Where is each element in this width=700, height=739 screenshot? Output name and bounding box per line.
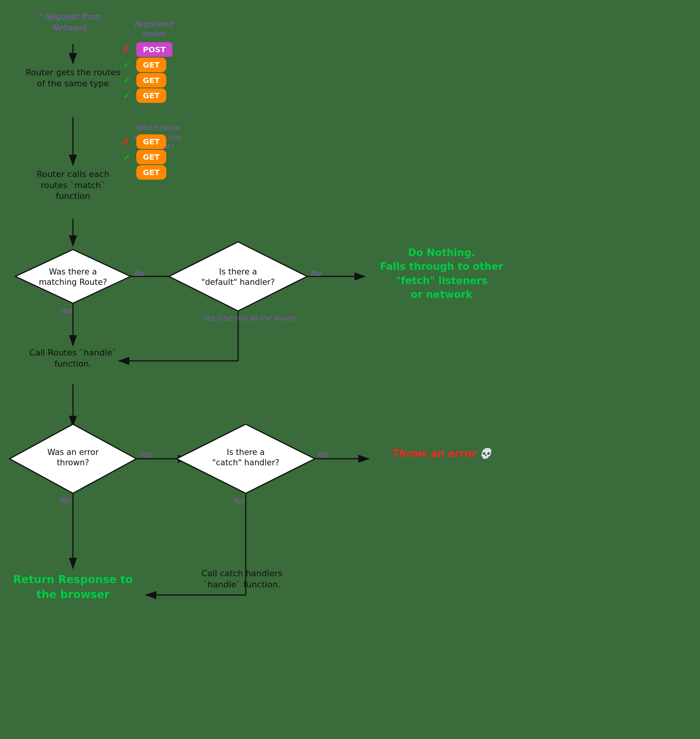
no-label-3: No	[317, 450, 328, 459]
was-error-thrown-label: Was an errorthrown?	[25, 447, 121, 468]
router-calls-match-label: Router calls eachroutes `match`function	[8, 169, 138, 202]
router-gets-routes-label: Router gets the routesof the same type	[12, 67, 134, 89]
return-response-label: Return Response tothe browser	[12, 572, 134, 602]
is-default-handler-label: Is there a"default" handler?	[180, 267, 296, 288]
badge-get-match-2: GET	[136, 150, 166, 164]
call-routes-handle-label: Call Routes `handle`function.	[8, 347, 138, 369]
call-catch-handle-label: Call catch handlers`handle` function.	[169, 568, 315, 590]
request-from-network-label: * Request from Network	[23, 12, 115, 33]
yes-label-2: Yes (Use this as the Route)	[204, 314, 296, 322]
cross-get-match: ✗	[121, 136, 130, 147]
was-matching-route-label: Was there amatching Route?	[23, 267, 123, 288]
yes-label-3: Yes	[139, 450, 151, 459]
badge-post: POST	[136, 42, 172, 57]
cross-post: ✗	[121, 44, 130, 55]
registered-routes-label: Registeredroutes	[123, 19, 184, 38]
badge-get-1: GET	[136, 58, 166, 72]
badge-get-2: GET	[136, 73, 166, 88]
badge-get-3: GET	[136, 88, 166, 103]
check-get-1: ✓	[123, 59, 131, 70]
do-nothing-label: Do Nothing.Falls through to other"fetch"…	[369, 246, 515, 302]
badge-get-match-3: GET	[136, 165, 166, 180]
is-catch-handler-label: Is there a"catch" handler?	[188, 447, 303, 468]
no-label-2: No	[310, 269, 321, 278]
flowchart-svg	[0, 0, 700, 739]
check-get-2: ✓	[123, 74, 131, 86]
check-get-match-2: ✓	[123, 151, 131, 163]
badge-get-match-1: GET	[136, 134, 166, 149]
check-get-3: ✓	[123, 89, 131, 101]
yes-label-4: Yes	[232, 496, 245, 506]
no-label-4: No	[60, 496, 70, 505]
throw-error-label: Throw an error 💀	[369, 446, 515, 460]
diagram-container: * Request from Network Router gets the r…	[0, 0, 700, 739]
no-label-1: No	[134, 269, 144, 278]
yes-label-1: Yes	[60, 306, 72, 315]
